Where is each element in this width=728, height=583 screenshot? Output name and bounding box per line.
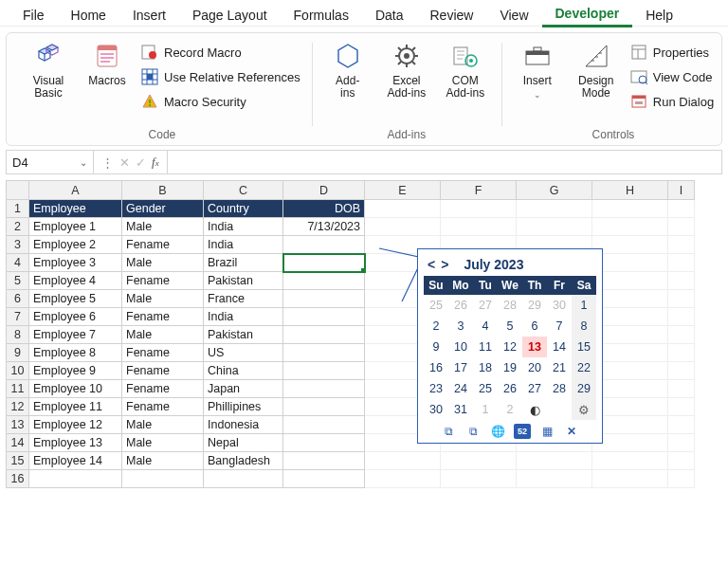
cell-A9[interactable]: Employee 8 xyxy=(29,344,122,362)
cell-H2[interactable] xyxy=(592,218,668,236)
cell-D7[interactable] xyxy=(283,308,365,326)
cell-H6[interactable] xyxy=(592,290,668,308)
calendar-day-28[interactable]: 28 xyxy=(547,378,572,399)
cell-I8[interactable] xyxy=(668,326,695,344)
cell-D8[interactable] xyxy=(283,326,365,344)
cell-B7[interactable]: Fename xyxy=(122,308,204,326)
column-header-H[interactable]: H xyxy=(592,181,668,200)
cell-A12[interactable]: Employee 11 xyxy=(29,398,122,416)
cell-H5[interactable] xyxy=(592,272,668,290)
cell-E1[interactable] xyxy=(365,200,441,218)
calendar-day-8[interactable]: 8 xyxy=(572,316,596,337)
macro-security-button[interactable]: Macro Security xyxy=(139,90,302,113)
cell-I2[interactable] xyxy=(668,218,695,236)
row-header-8[interactable]: 8 xyxy=(7,326,29,344)
cell-A3[interactable]: Employee 2 xyxy=(29,236,122,254)
cell-B15[interactable]: Male xyxy=(122,452,204,470)
cancel-icon[interactable]: ✕ xyxy=(119,155,130,170)
cell-D15[interactable] xyxy=(283,452,365,470)
cell-B6[interactable]: Male xyxy=(122,290,204,308)
calendar-day-25[interactable]: 25 xyxy=(424,295,448,316)
cell-D13[interactable] xyxy=(283,416,365,434)
cell-D2[interactable]: 7/13/2023 xyxy=(283,218,365,236)
row-header-9[interactable]: 9 xyxy=(7,344,29,362)
menu-item-help[interactable]: Help xyxy=(632,4,686,27)
properties-button[interactable]: Properties xyxy=(628,41,716,64)
cell-C15[interactable]: Bangladesh xyxy=(204,452,283,470)
cell-A8[interactable]: Employee 7 xyxy=(29,326,122,344)
cell-B3[interactable]: Fename xyxy=(122,236,204,254)
cal-today-icon[interactable]: ▦ xyxy=(538,424,555,439)
cell-H3[interactable] xyxy=(592,236,668,254)
calendar-day-12[interactable]: 12 xyxy=(498,337,522,357)
cell-I1[interactable] xyxy=(668,200,695,218)
cell-I4[interactable] xyxy=(668,254,695,272)
row-header-3[interactable]: 3 xyxy=(7,236,29,254)
cell-H10[interactable] xyxy=(592,362,668,380)
select-all-corner[interactable] xyxy=(7,181,29,200)
calendar-day-7[interactable]: 7 xyxy=(547,316,572,337)
cell-I3[interactable] xyxy=(668,236,695,254)
cell-C2[interactable]: India xyxy=(204,218,283,236)
cell-B2[interactable]: Male xyxy=(122,218,204,236)
cell-I13[interactable] xyxy=(668,416,695,434)
cell-D16[interactable] xyxy=(283,470,365,488)
worksheet[interactable]: ABCDEFGHI 1EmployeeGenderCountryDOB2Empl… xyxy=(6,180,728,488)
cell-B12[interactable]: Fename xyxy=(122,398,204,416)
cell-C5[interactable]: Pakistan xyxy=(204,272,283,290)
calendar-day-10[interactable]: 10 xyxy=(448,337,473,357)
calendar-day-11[interactable]: 11 xyxy=(473,337,498,357)
calendar-day-21[interactable]: 21 xyxy=(547,357,572,378)
calendar-day-15[interactable]: 15 xyxy=(572,337,596,357)
cell-C1[interactable]: Country xyxy=(204,200,283,218)
calendar-day-18[interactable]: 18 xyxy=(473,357,498,378)
cell-D4[interactable] xyxy=(283,254,365,272)
cell-D10[interactable] xyxy=(283,362,365,380)
column-header-C[interactable]: C xyxy=(204,181,283,200)
row-header-4[interactable]: 4 xyxy=(7,254,29,272)
cell-H16[interactable] xyxy=(592,470,668,488)
cell-B11[interactable]: Fename xyxy=(122,380,204,398)
cell-B1[interactable]: Gender xyxy=(122,200,204,218)
cell-H7[interactable] xyxy=(592,308,668,326)
cell-D14[interactable] xyxy=(283,434,365,452)
cell-I14[interactable] xyxy=(668,434,695,452)
column-header-F[interactable]: F xyxy=(441,181,517,200)
cell-A7[interactable]: Employee 6 xyxy=(29,308,122,326)
cell-A1[interactable]: Employee xyxy=(29,200,122,218)
calendar-day-14[interactable]: 14 xyxy=(547,337,572,357)
cell-D1[interactable]: DOB xyxy=(283,200,365,218)
cell-A5[interactable]: Employee 4 xyxy=(29,272,122,290)
calendar-day-28[interactable]: 28 xyxy=(498,295,522,316)
cell-D3[interactable] xyxy=(283,236,365,254)
excel-addins-button[interactable]: Excel Add-ins xyxy=(380,39,433,100)
cell-A11[interactable]: Employee 10 xyxy=(29,380,122,398)
chevron-down-icon[interactable]: ⌄ xyxy=(80,157,87,168)
menu-item-formulas[interactable]: Formulas xyxy=(281,4,362,27)
cell-F15[interactable] xyxy=(441,452,517,470)
cal-tool-1-icon[interactable]: ⧉ xyxy=(440,424,457,439)
calendar-day-19[interactable]: 19 xyxy=(498,357,522,378)
column-header-B[interactable]: B xyxy=(122,181,204,200)
row-header-14[interactable]: 14 xyxy=(7,434,29,452)
calendar-day-31[interactable]: 31 xyxy=(448,399,473,420)
cell-I11[interactable] xyxy=(668,380,695,398)
column-header-E[interactable]: E xyxy=(365,181,441,200)
calendar-day-16[interactable]: 16 xyxy=(424,357,448,378)
cell-B9[interactable]: Fename xyxy=(122,344,204,362)
insert-controls-button[interactable]: Insert ⌄ xyxy=(511,39,564,100)
calendar-day-27[interactable]: 27 xyxy=(522,378,547,399)
row-header-15[interactable]: 15 xyxy=(7,452,29,470)
calendar-day-24[interactable]: 24 xyxy=(448,378,473,399)
cell-I10[interactable] xyxy=(668,362,695,380)
cell-H11[interactable] xyxy=(592,380,668,398)
cell-H1[interactable] xyxy=(592,200,668,218)
cell-C12[interactable]: Phillipines xyxy=(204,398,283,416)
calendar-day-4[interactable]: 4 xyxy=(473,316,498,337)
calendar-clock-icon[interactable]: ◐ xyxy=(522,399,547,420)
cell-A4[interactable]: Employee 3 xyxy=(29,254,122,272)
cell-B4[interactable]: Male xyxy=(122,254,204,272)
cell-G16[interactable] xyxy=(517,470,592,488)
menu-item-review[interactable]: Review xyxy=(417,4,487,27)
cell-G15[interactable] xyxy=(517,452,592,470)
